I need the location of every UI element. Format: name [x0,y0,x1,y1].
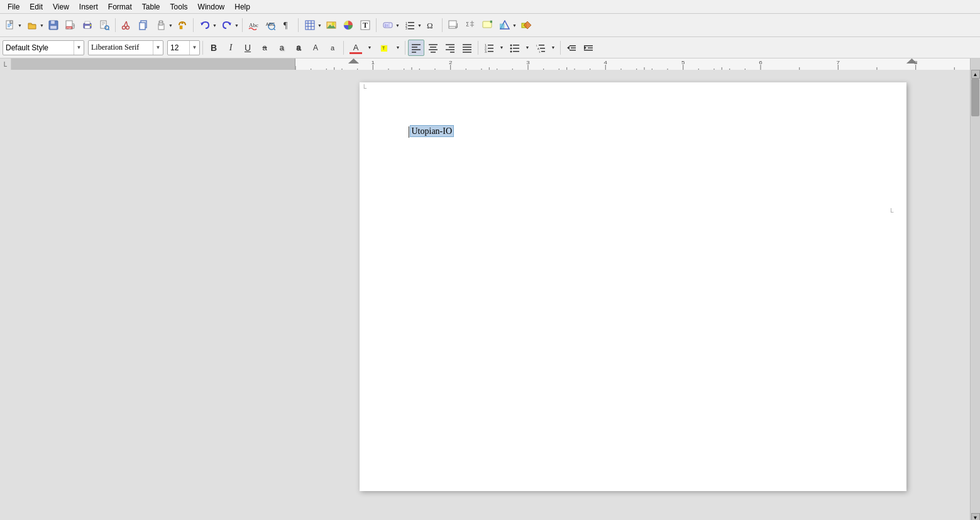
svg-rect-13 [85,26,90,28]
svg-text:1: 1 [372,60,375,65]
print-preview-icon [99,20,109,30]
highlight-icon: T [379,43,389,53]
unordered-list-arrow[interactable]: ▼ [523,40,532,56]
paste-button[interactable]: ▼ [152,17,173,33]
strikethrough-button[interactable]: a [256,40,273,56]
unordered-list-button[interactable] [507,40,523,56]
align-right-button[interactable] [442,40,458,56]
vertical-scrollbar[interactable]: ▲ ▼ [970,70,980,520]
menu-format[interactable]: Format [103,1,137,13]
print-icon [82,20,92,30]
new-icon [5,20,15,30]
highlight-color-button[interactable]: T [375,40,394,56]
show-draw-button[interactable] [518,17,534,33]
font-name-arrow[interactable]: ▼ [153,41,162,55]
outline-list-button[interactable]: I. A. 1. [532,40,549,56]
decrease-indent-button[interactable] [563,40,580,56]
export-pdf-button[interactable]: PDF [62,17,79,33]
numbering-button[interactable]: 1 2 3 ▼ [401,17,422,33]
document-area[interactable]: └ └ Utopian-IO [295,70,970,520]
print-button[interactable] [79,17,96,33]
menu-insert[interactable]: Insert [74,1,103,13]
font-size-arrow[interactable]: ▼ [189,41,198,55]
outline-button[interactable]: a [290,40,307,56]
svg-text:∑: ∑ [466,21,469,26]
italic-button[interactable]: I [223,40,239,56]
footnote-button[interactable] [445,17,461,33]
align-left-button[interactable] [408,40,424,56]
insert-field-button[interactable]: I= ▼ [379,17,400,33]
align-center-button[interactable] [425,40,441,56]
spell-check-button[interactable]: ABC [262,17,278,33]
svg-rect-31 [180,26,182,29]
menu-window[interactable]: Window [193,1,230,13]
svg-rect-58 [408,28,414,30]
font-size-value: 12 [170,43,188,52]
menu-tools[interactable]: Tools [165,1,193,13]
export-icon: PDF [65,20,75,30]
highlight-arrow[interactable]: ▼ [394,40,402,56]
sep1 [115,18,116,32]
insert-text-button[interactable]: T [357,17,373,33]
open-button[interactable]: ▼ [23,17,45,33]
formatting-marks-button[interactable]: ¶ [279,17,295,33]
print-preview-button[interactable] [96,17,113,33]
font-color-arrow[interactable]: ▼ [365,40,374,56]
font-size-dropdown[interactable]: 12 ▼ [167,40,200,55]
ruler-right-end [970,58,980,70]
lowercase-button[interactable]: a [324,40,341,56]
scroll-track[interactable] [971,79,980,513]
page-top-right-corner: └ [889,208,894,216]
outline-list-arrow[interactable]: ▼ [549,40,558,56]
svg-rect-106 [539,45,544,46]
draw-icon [521,20,531,30]
insert-chart-button[interactable] [340,17,356,33]
open-icon [27,20,37,30]
scroll-up-button[interactable]: ▲ [971,70,980,79]
svg-text:6: 6 [759,60,762,65]
shadow-button[interactable]: a [273,40,290,56]
document-text-selected[interactable]: Utopian-IO [410,125,454,137]
undo-button[interactable]: ▼ [196,17,217,33]
justify-button[interactable] [459,40,475,56]
uppercase-button[interactable]: A [307,40,324,56]
menu-help[interactable]: Help [229,1,255,13]
text-insert-icon: T [360,20,370,30]
font-color-button[interactable]: A [346,40,365,56]
ordered-list-arrow[interactable]: ▼ [497,40,506,56]
menu-view[interactable]: View [48,1,74,13]
sep6 [442,18,443,32]
ordered-list-button[interactable]: 1. 2. 3. [481,40,497,56]
special-char-button[interactable]: Ω [423,17,439,33]
insert-frame-button[interactable] [323,17,339,33]
menu-edit[interactable]: Edit [25,1,48,13]
new-button[interactable]: ▼ [1,17,23,33]
scroll-down-button[interactable]: ▼ [971,513,980,520]
paragraph-style-arrow[interactable]: ▼ [74,41,82,55]
shapes-icon [500,20,510,30]
svg-rect-2 [8,24,11,25]
menu-table[interactable]: Table [137,1,165,13]
anchor-button[interactable] [479,17,495,33]
redo-button[interactable]: ▼ [218,17,239,33]
svg-rect-14 [90,25,91,26]
copy-button[interactable] [135,17,151,33]
paragraph-style-dropdown[interactable]: Default Style ▼ [3,40,84,55]
underline-button[interactable]: U [239,40,256,56]
shapes-button[interactable]: ▼ [496,17,517,33]
undo-icon [200,20,210,30]
scroll-thumb[interactable] [971,79,979,116]
menu-file[interactable]: File [3,1,25,13]
equation-button[interactable]: ∑ [462,17,478,33]
svg-text:ABC: ABC [266,22,275,26]
font-name-dropdown[interactable]: Liberation Serif ▼ [88,40,163,55]
clone-format-button[interactable] [174,17,190,33]
svg-rect-18 [102,25,104,25]
align-center-icon [428,43,438,53]
cut-button[interactable] [118,17,135,33]
spell-auto-button[interactable]: Abc [245,17,262,33]
insert-table-button[interactable]: ▼ [301,17,322,33]
increase-indent-button[interactable] [580,40,597,56]
bold-button[interactable]: B [206,40,222,56]
save-button[interactable] [45,17,62,33]
